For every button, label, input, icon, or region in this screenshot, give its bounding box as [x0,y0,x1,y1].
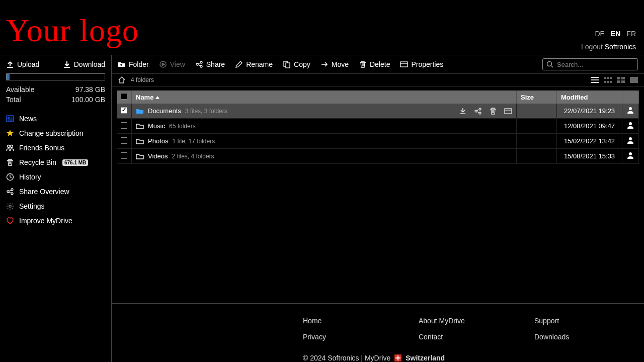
footer-link-support[interactable]: Support [534,317,644,325]
sidebar-item-label: Share Overview [19,188,69,196]
owner-icon[interactable] [626,121,634,129]
sidebar-item-recycle[interactable]: Recycle Bin 676.1 MB [6,158,105,166]
lang-fr[interactable]: FR [626,30,636,38]
sidebar-item-settings[interactable]: Settings [6,202,105,210]
footer-link-downloads[interactable]: Downloads [534,333,644,341]
main: Folder View Share Rename Copy Move [112,55,644,362]
user-line: Logout Softronics [581,43,636,51]
view-list-icon[interactable] [591,77,599,83]
properties-button[interactable]: Properties [400,60,443,68]
row-properties-icon[interactable] [504,107,512,115]
download-button[interactable]: Download [63,60,105,68]
footer-link-about[interactable]: About MyDrive [419,317,534,325]
share-button[interactable]: Share [195,60,225,68]
svg-rect-22 [604,77,606,79]
view-small-grid-icon[interactable] [604,77,612,83]
footer: Home About MyDrive Support Legal Privacy… [112,303,644,362]
search-input[interactable] [557,61,641,68]
svg-rect-29 [621,77,625,79]
row-share-icon[interactable] [474,107,482,115]
sidebar-item-improve[interactable]: Improve MyDrive [6,217,105,225]
delete-button[interactable]: Delete [359,60,390,68]
arrow-right-icon [320,60,329,68]
sidebar-item-history[interactable]: History [6,173,105,181]
search-icon [546,60,554,68]
logout-link[interactable]: Logout [581,43,603,51]
row-modified: 22/07/2021 19:23 [557,104,622,119]
row-checkbox[interactable] [121,122,127,129]
sidebar-item-friends[interactable]: Friends Bonus [6,144,105,152]
footer-link-contact[interactable]: Contact [419,333,534,341]
lang-de[interactable]: DE [595,30,604,38]
lang-en[interactable]: EN [611,30,620,38]
trash-icon [359,60,367,68]
col-size[interactable]: Size [517,90,557,104]
copy-button[interactable]: Copy [283,60,310,68]
recycle-badge: 676.1 MB [62,159,88,166]
row-download-icon[interactable] [459,107,467,115]
search-box[interactable] [542,58,638,70]
view-grid-icon[interactable] [617,77,625,83]
owner-icon[interactable] [626,151,634,159]
svg-rect-31 [621,80,625,83]
sidebar-item-label: Recycle Bin [19,158,56,166]
svg-rect-24 [610,77,612,79]
clock-icon [6,173,14,181]
upload-button[interactable]: Upload [6,60,39,68]
footer-link-privacy[interactable]: Privacy [303,333,419,341]
svg-rect-23 [607,77,609,79]
svg-rect-32 [630,77,638,83]
owner-icon[interactable] [626,136,634,144]
toolbar-label: Properties [411,60,443,68]
home-icon[interactable] [118,76,126,84]
view-large-icon[interactable] [630,77,638,83]
select-all-checkbox[interactable] [121,93,127,100]
svg-point-14 [200,65,202,67]
share-icon [6,188,14,196]
properties-icon [400,60,408,68]
users-icon [6,144,14,152]
sidebar-item-label: Friends Bonus [19,144,64,152]
footer-link-home[interactable]: Home [303,317,419,325]
row-checkbox[interactable] [121,137,127,144]
row-checkbox[interactable] [121,107,127,114]
svg-rect-30 [617,80,620,83]
table-row[interactable]: Music65 folders12/08/2021 09:47 [117,119,639,134]
storage-available-label: Available [6,85,35,94]
logo[interactable]: Your logo [6,15,139,47]
svg-rect-21 [591,82,599,83]
row-modified: 15/08/2021 15:33 [557,149,622,164]
svg-point-12 [196,63,198,65]
svg-rect-17 [400,62,408,67]
sidebar-item-news[interactable]: News [6,115,105,123]
svg-rect-20 [591,79,599,80]
row-modified: 15/02/2022 13:42 [557,134,622,149]
row-checkbox[interactable] [121,152,127,159]
username[interactable]: Softronics [605,43,636,51]
svg-rect-16 [286,63,290,68]
swiss-flag-icon [394,354,401,361]
svg-marker-2 [7,130,14,136]
row-delete-icon[interactable] [489,107,497,115]
sidebar-item-label: History [19,173,41,181]
row-name: Documents [148,107,181,115]
col-name[interactable]: Name [132,90,517,104]
svg-point-8 [11,193,13,195]
svg-point-13 [200,61,202,63]
sidebar-item-subscription[interactable]: Change subscription [6,129,105,137]
owner-icon[interactable] [626,106,634,114]
row-name: Videos [148,152,168,160]
sidebar-item-share-overview[interactable]: Share Overview [6,188,105,196]
move-button[interactable]: Move [320,60,349,68]
row-size [517,134,557,149]
toolbar-label: Share [206,60,225,68]
new-folder-button[interactable]: Folder [118,60,149,68]
sidebar-item-label: Settings [19,202,45,210]
rename-button[interactable]: Rename [235,60,273,68]
table-row[interactable]: Photos1 file, 17 folders15/02/2022 13:42 [117,134,639,149]
table-row[interactable]: Documents3 files, 3 folders22/07/2021 19… [117,104,639,119]
col-checkbox[interactable] [117,90,132,104]
toolbar-label: View [170,60,185,68]
col-modified[interactable]: Modified [557,90,622,104]
table-row[interactable]: Videos2 files, 4 folders15/08/2021 15:33 [117,149,639,164]
